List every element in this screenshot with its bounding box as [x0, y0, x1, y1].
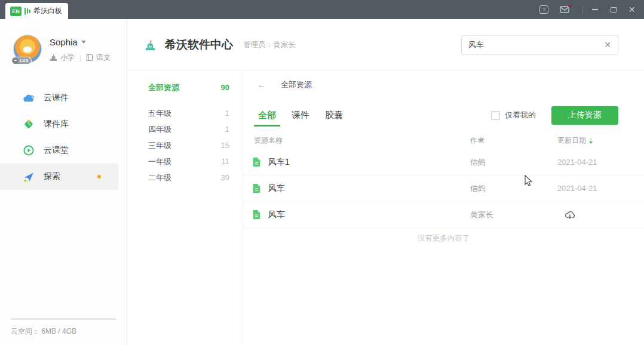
sidebar-item-label: 课件库	[44, 119, 69, 130]
category-label: 二年级	[148, 172, 171, 183]
cloud-storage: 云空间： 6MB / 4GB	[11, 318, 116, 337]
resource-name: 风车	[268, 183, 285, 194]
book-icon	[86, 54, 93, 61]
school-stage[interactable]: 小学	[60, 53, 75, 63]
category-item-grade3[interactable]: 三年级 15	[127, 137, 243, 153]
sidebar: LV3 Sophia 小学 | 语文	[0, 19, 127, 345]
window-controls: ? ✕	[539, 0, 644, 19]
sidebar-item-cloud-courseware[interactable]: 云课件	[0, 85, 118, 111]
avatar[interactable]: LV3	[13, 35, 42, 63]
category-item-grade1[interactable]: 一年级 11	[127, 153, 243, 170]
no-more-content-text: 没有更多内容了	[243, 233, 644, 244]
category-count: 11	[222, 157, 230, 166]
file-icon	[251, 183, 262, 194]
sidebar-nav: 云课件 课件库 云课堂 探索	[0, 85, 127, 190]
category-item-all[interactable]: 全部资源 90	[127, 78, 243, 97]
table-row[interactable]: 风车 信鸽 2021-04-21	[243, 175, 644, 202]
profile-name[interactable]: Sophia	[50, 37, 111, 47]
minimize-button[interactable]	[585, 0, 604, 19]
table-header: 资源名称 作者 更新日期	[243, 132, 644, 149]
main-header: 希沃软件中心 管理员：黄家长 ✕	[127, 19, 644, 71]
user-name: Sophia	[50, 37, 78, 47]
new-badge-dot	[97, 175, 101, 178]
clear-search-icon[interactable]: ✕	[604, 41, 611, 49]
resource-author: 信鸽	[470, 157, 557, 168]
category-label: 一年级	[148, 156, 171, 167]
storage-progress-bar	[11, 318, 116, 320]
play-circle-icon	[23, 144, 35, 156]
maximize-button[interactable]	[604, 0, 622, 19]
library-box-icon	[23, 118, 35, 130]
category-item-grade4[interactable]: 四年级 1	[127, 121, 243, 137]
school-icon	[50, 54, 57, 61]
resource-date: 2021-04-21	[557, 158, 644, 167]
table-row[interactable]: 风车1 信鸽 2021-04-21	[243, 149, 644, 175]
category-panel: 全部资源 90 五年级 1 四年级 1 三年级 15 一年级 11	[127, 71, 243, 345]
storage-label: 云空间：	[11, 327, 39, 335]
column-header-date[interactable]: 更新日期	[557, 135, 644, 146]
profile-section: LV3 Sophia 小学 | 语文	[0, 19, 127, 63]
sidebar-item-explore[interactable]: 探索	[0, 164, 118, 190]
category-count: 15	[221, 141, 229, 150]
content-area: ← 全部资源 全部 课件 胶囊 仅看我的 上传资源	[243, 71, 644, 345]
category-count: 1	[225, 125, 229, 134]
tab-courseware[interactable]: 课件	[287, 98, 314, 132]
main-area: 希沃软件中心 管理员：黄家长 ✕ 全部资源 90 五年级 1 四年级	[127, 19, 644, 345]
logo-bars-icon	[24, 8, 30, 15]
sidebar-item-label: 探索	[44, 171, 60, 182]
help-icon[interactable]: ?	[539, 5, 548, 14]
only-mine-checkbox[interactable]	[491, 111, 500, 120]
download-cloud-icon[interactable]	[564, 210, 644, 220]
resource-date: 2021-04-21	[557, 184, 644, 193]
category-count: 1	[225, 109, 229, 118]
tab-all[interactable]: 全部	[254, 98, 280, 132]
category-label: 四年级	[148, 124, 171, 135]
subject[interactable]: 语文	[96, 53, 111, 63]
app-tab-title: 希沃白板	[33, 6, 62, 16]
admin-label: 管理员：黄家长	[243, 40, 296, 50]
column-header-name: 资源名称	[254, 135, 470, 146]
chevron-down-icon	[81, 41, 86, 44]
category-label: 全部资源	[148, 82, 179, 93]
resource-author: 黄家长	[470, 210, 557, 220]
search-input[interactable]	[468, 41, 604, 50]
category-label: 三年级	[148, 140, 171, 151]
app-tab[interactable]: EN 希沃白板	[5, 3, 68, 19]
table-row[interactable]: 风车 黄家长	[243, 202, 644, 228]
tab-bar: 全部 课件 胶囊	[254, 98, 354, 132]
category-item-grade2[interactable]: 二年级 39	[127, 170, 243, 186]
rocket-icon	[23, 171, 35, 183]
title-bar: EN 希沃白板 ? ✕	[0, 0, 644, 19]
notification-dot	[568, 4, 572, 8]
category-label: 五年级	[148, 108, 171, 119]
titlebar-divider	[582, 5, 583, 14]
meta-divider: |	[79, 54, 81, 62]
back-arrow-icon[interactable]: ←	[257, 80, 266, 90]
app-logo-icon: EN	[10, 7, 22, 16]
avatar-face	[23, 47, 32, 53]
level-badge: LV3	[11, 57, 32, 64]
category-item-grade5[interactable]: 五年级 1	[127, 105, 243, 121]
file-icon	[251, 209, 262, 220]
breadcrumb: ← 全部资源	[243, 71, 644, 98]
resource-author: 信鸽	[470, 183, 557, 194]
sidebar-item-courseware-library[interactable]: 课件库	[0, 111, 118, 137]
sidebar-item-label: 云课件	[44, 93, 69, 103]
close-button[interactable]: ✕	[622, 0, 641, 19]
category-count: 90	[221, 83, 229, 92]
sidebar-item-cloud-classroom[interactable]: 云课堂	[0, 137, 118, 164]
toolbar: 全部 课件 胶囊 仅看我的 上传资源	[243, 98, 644, 132]
column-header-author: 作者	[470, 135, 557, 146]
only-mine-label: 仅看我的	[505, 110, 536, 121]
storage-usage: 6MB / 4GB	[41, 327, 76, 335]
breadcrumb-label: 全部资源	[281, 79, 312, 90]
search-box[interactable]: ✕	[461, 35, 618, 55]
software-center-icon	[143, 38, 157, 52]
mail-icon[interactable]	[560, 6, 569, 13]
sort-icon[interactable]	[589, 138, 593, 144]
resource-name: 风车1	[268, 157, 290, 168]
sidebar-item-label: 云课堂	[44, 145, 69, 156]
cloud-icon	[23, 92, 35, 104]
tab-capsule[interactable]: 胶囊	[321, 98, 347, 132]
upload-resource-button[interactable]: 上传资源	[551, 106, 618, 125]
